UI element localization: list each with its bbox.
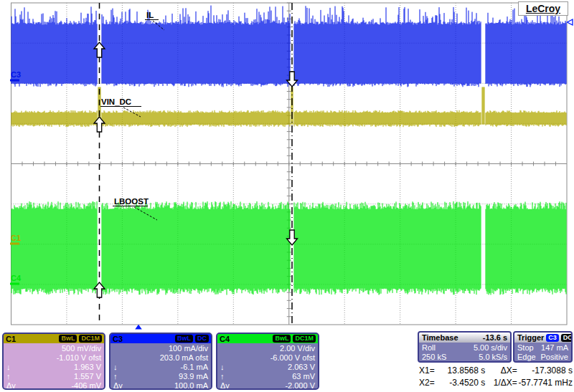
channel-offset-marker-c3 <box>10 80 19 82</box>
trigger-source-badge: C3 <box>546 334 559 342</box>
channel-box-c3-header: C3 BwL DC <box>110 334 211 343</box>
trigger-time-marker[interactable] <box>135 325 142 330</box>
cursor2-value: 1.557 V <box>74 372 101 381</box>
trace-label-il: IL <box>146 11 154 19</box>
cursor1-value: 2.063 V <box>288 363 315 371</box>
cursor2-arrow-icon: ↑ <box>113 372 126 381</box>
timebase-delay: -13.6 s <box>483 333 507 342</box>
trigger-slope: Positive <box>540 353 568 361</box>
time-per-div: 5.00 s/div <box>474 343 507 352</box>
bandwidth-limit-badge: BwL <box>59 335 77 343</box>
x2-value: -3.4520 s <box>440 378 486 388</box>
channel-box-c4-header: C4 BwL DC1M <box>217 334 318 343</box>
delta-y-value: -406 mV <box>71 381 101 390</box>
cursor1-arrow-icon: ↓ <box>6 363 19 371</box>
cursor2-arrow-icon: ↑ <box>220 372 233 381</box>
cursor1-arrow-icon: ↓ <box>113 363 126 371</box>
volts-per-div: 2.00 V/div <box>280 344 315 353</box>
offset-value: 203.0 mA ofst <box>160 353 208 362</box>
cursor1-arrow-icon: ↓ <box>220 363 233 371</box>
sample-count: 250 kS <box>422 353 446 361</box>
cursor-readout-line1: X1= 13.8568 s ΔX= -17.3088 s <box>419 365 573 376</box>
cursor-readout-line2: X2= -3.4520 s 1/ΔX= -57.7741 mHz <box>419 378 573 388</box>
bandwidth-limit-badge: BwL <box>175 335 193 343</box>
cursor2-value: 63 mV <box>292 372 315 381</box>
trigger-level-marker[interactable] <box>568 19 573 25</box>
channel-id: C3 <box>113 335 123 343</box>
x1-value: 13.8568 s <box>440 365 486 376</box>
trace-c4-lboost <box>11 201 566 295</box>
delta-y-value: -2.000 V <box>285 381 315 390</box>
offset-value: -6.000 V ofst <box>270 353 315 362</box>
inv-dx-label: 1/ΔX= <box>489 378 517 388</box>
cursor1-value: -6.1 mA <box>180 363 208 371</box>
delta-y-value: 100.0 mA <box>174 381 208 390</box>
trigger-title: Trigger <box>517 333 544 342</box>
timebase-title: Timebase <box>422 333 458 342</box>
channel-marker-c4: C4 <box>11 274 22 282</box>
inv-dx-value: -57.7741 mHz <box>517 378 573 388</box>
coupling-badge: DC1M <box>293 335 316 343</box>
coupling-badge: DC <box>195 335 209 343</box>
bandwidth-limit-badge: BwL <box>273 335 291 343</box>
x1-label: X1= <box>419 365 440 376</box>
channel-box-c1[interactable]: C1 BwL DC1M 500 mV/div -1.010 V ofst ↓1.… <box>2 333 105 390</box>
trigger-header: Trigger C3 DC <box>514 333 571 343</box>
channel-marker-c1: C1 <box>11 234 21 242</box>
channel-id: C1 <box>6 335 16 343</box>
timebase-box[interactable]: Timebase -13.6 s Roll5.00 s/div 250 kS5.… <box>418 331 512 363</box>
delta-y-icon: Δy <box>220 381 233 390</box>
trace-label-vin-dc: VIN_DC <box>101 97 131 106</box>
cursor1-value: 1.963 V <box>74 363 101 371</box>
channel-offset-marker-c1 <box>10 243 19 245</box>
amps-per-div: 100 mA/div <box>169 344 208 353</box>
sample-rate: 5.0 kS/s <box>479 353 507 361</box>
trigger-type: Edge <box>517 353 536 361</box>
offset-value: -1.010 V ofst <box>57 353 101 362</box>
channel-offset-marker-c4 <box>10 283 19 285</box>
cursor2-value: 93.9 mA <box>179 372 208 381</box>
channel-id: C4 <box>220 335 230 343</box>
channel-box-c3[interactable]: C3 BwL DC 100 mA/div 203.0 mA ofst ↓-6.1… <box>109 333 212 390</box>
dx-label: ΔX= <box>489 365 517 376</box>
trigger-coupling-badge: DC <box>561 334 573 342</box>
waveform-display: C3C1C4ILVIN_DCLBOOST <box>0 0 574 330</box>
channel-box-c4[interactable]: C4 BwL DC1M 2.00 V/div -6.000 V ofst ↓2.… <box>216 333 319 390</box>
trace-label-lboost: LBOOST <box>114 197 149 206</box>
trigger-mode: Stop <box>517 343 534 352</box>
delta-y-icon: Δy <box>6 381 19 390</box>
timebase-header: Timebase -13.6 s <box>419 333 510 343</box>
dx-value: -17.3088 s <box>517 365 573 376</box>
channel-marker-c3: C3 <box>11 70 21 79</box>
cursor2-arrow-icon: ↑ <box>6 372 19 381</box>
timebase-mode: Roll <box>422 343 436 352</box>
volts-per-div: 500 mV/div <box>62 344 101 353</box>
trigger-box[interactable]: Trigger C3 DC Stop147 mA EdgePositive <box>513 331 573 363</box>
trigger-level: 147 mA <box>541 343 568 352</box>
channel-box-c1-header: C1 BwL DC1M <box>4 334 104 343</box>
oscilloscope-screen: C3C1C4ILVIN_DCLBOOST LeCroy C1 BwL DC1M … <box>0 0 574 392</box>
lecroy-logo: LeCroy <box>518 1 568 16</box>
delta-y-icon: Δy <box>113 381 126 390</box>
x2-label: X2= <box>419 378 440 388</box>
coupling-badge: DC1M <box>79 335 102 343</box>
